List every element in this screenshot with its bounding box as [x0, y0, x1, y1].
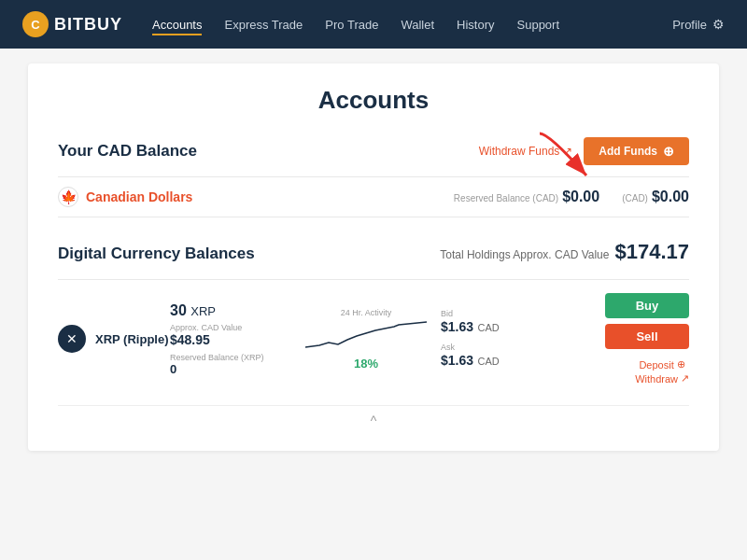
profile-label: Profile	[672, 18, 707, 32]
ask-label: Ask	[441, 343, 543, 352]
activity-label: 24 Hr. Activity	[341, 308, 392, 317]
scroll-hint[interactable]: ^	[58, 405, 689, 436]
bid-label: Bid	[441, 309, 543, 318]
withdraw-funds-label: Withdraw Funds	[479, 145, 560, 158]
digital-section-title: Digital Currency Balances	[58, 245, 255, 263]
xrp-sparkline	[305, 319, 427, 357]
ask-unit: CAD	[478, 356, 500, 367]
page-title: Accounts	[58, 86, 689, 115]
xrp-amount-value: 30	[170, 302, 187, 318]
ask-value: $1.63	[441, 353, 473, 368]
reserved-balance-label: Reserved Balance (CAD)	[454, 193, 558, 203]
xrp-row: ✕ XRP (Ripple) 30 XRP Approx. CAD Value …	[58, 279, 689, 398]
canadian-dollars-label: Canadian Dollars	[86, 189, 192, 204]
nav-history[interactable]: History	[457, 14, 494, 35]
bid-value: $1.63	[441, 319, 473, 334]
cad-balance: (CAD) $0.00	[622, 189, 689, 205]
xrp-bid-ask: Bid $1.63 CAD Ask $1.63 CAD	[441, 309, 543, 369]
canada-flag-icon: 🍁	[58, 187, 78, 207]
withdraw-label: Withdraw	[635, 373, 678, 385]
xrp-reserved-label: Reserved Balance (XRP)	[170, 353, 291, 362]
cad-section-title: Your CAD Balance	[58, 142, 197, 161]
deposit-icon: ⊕	[677, 358, 685, 371]
cad-balances: Reserved Balance (CAD) $0.00 (CAD) $0.00	[454, 189, 689, 205]
add-funds-label: Add Funds	[599, 145, 657, 158]
xrp-chart-area: 24 Hr. Activity 18%	[291, 308, 441, 371]
add-funds-button[interactable]: Add Funds ⊕	[584, 137, 689, 165]
xrp-buy-button[interactable]: Buy	[605, 293, 689, 318]
xrp-sell-button[interactable]: Sell	[605, 324, 689, 349]
xrp-deposit-link[interactable]: Deposit ⊕	[639, 358, 684, 371]
withdraw-icon: ↗	[563, 145, 572, 158]
xrp-actions: Buy Sell Deposit ⊕ Withdraw ↗	[605, 293, 689, 385]
nav-express-trade[interactable]: Express Trade	[224, 14, 303, 35]
cad-section-header: Your CAD Balance Withdraw Funds ↗ Add Fu…	[58, 137, 689, 165]
logo-text: BITBUY	[54, 15, 122, 35]
xrp-name: XRP (Ripple)	[95, 332, 169, 346]
bid-unit: CAD	[478, 322, 500, 333]
cad-currency-row: 🍁 Canadian Dollars Reserved Balance (CAD…	[58, 176, 689, 217]
xrp-icon-col: ✕ XRP (Ripple)	[58, 325, 170, 353]
cad-balance-label: (CAD)	[622, 193, 648, 203]
xrp-approx-label: Approx. CAD Value	[170, 323, 291, 332]
xrp-main-amount: 30 XRP	[170, 302, 291, 319]
total-holdings-amount: $174.17	[614, 240, 689, 264]
bid-value-row: $1.63 CAD	[441, 318, 543, 335]
main-content: Accounts Your CAD Balance Withdraw Funds…	[28, 63, 719, 451]
navbar: C BITBUY Accounts Express Trade Pro Trad…	[0, 0, 747, 49]
plus-icon: ⊕	[663, 144, 674, 159]
withdraw-arrow-icon: ↗	[681, 372, 689, 385]
cad-currency-label: 🍁 Canadian Dollars	[58, 187, 192, 207]
deposit-withdraw-links: Deposit ⊕ Withdraw ↗	[635, 358, 689, 385]
nav-support[interactable]: Support	[517, 14, 560, 35]
cad-balance-amount: $0.00	[652, 189, 689, 205]
xrp-unit: XRP	[190, 304, 216, 318]
nav-accounts[interactable]: Accounts	[152, 14, 202, 35]
nav-profile[interactable]: Profile ⚙	[672, 17, 725, 32]
xrp-approx-value: $48.95	[170, 332, 291, 347]
xrp-reserved-value: 0	[170, 362, 291, 376]
xrp-bid: Bid $1.63 CAD	[441, 309, 543, 335]
xrp-ask: Ask $1.63 CAD	[441, 343, 543, 369]
total-holdings: Total Holdings Approx. CAD Value $174.17	[440, 240, 689, 264]
reserved-balance: Reserved Balance (CAD) $0.00	[454, 189, 599, 205]
nav-pro-trade[interactable]: Pro Trade	[325, 14, 378, 35]
total-holdings-label: Total Holdings Approx. CAD Value	[440, 248, 609, 261]
xrp-withdraw-link[interactable]: Withdraw ↗	[635, 372, 689, 385]
xrp-icon: ✕	[58, 325, 86, 353]
reserved-balance-amount: $0.00	[562, 189, 599, 205]
nav-links: Accounts Express Trade Pro Trade Wallet …	[152, 14, 672, 35]
digital-section-header: Digital Currency Balances Total Holdings…	[58, 240, 689, 264]
logo[interactable]: C BITBUY	[22, 11, 122, 37]
withdraw-funds-link[interactable]: Withdraw Funds ↗	[479, 145, 573, 158]
activity-pct: 18%	[354, 357, 378, 371]
nav-wallet[interactable]: Wallet	[401, 14, 434, 35]
ask-value-row: $1.63 CAD	[441, 352, 543, 369]
xrp-amounts: 30 XRP Approx. CAD Value $48.95 Reserved…	[170, 302, 291, 376]
cad-action-buttons: Withdraw Funds ↗ Add Funds ⊕	[479, 137, 689, 165]
deposit-label: Deposit	[639, 359, 673, 371]
gear-icon: ⚙	[712, 17, 725, 32]
logo-icon: C	[22, 11, 49, 37]
